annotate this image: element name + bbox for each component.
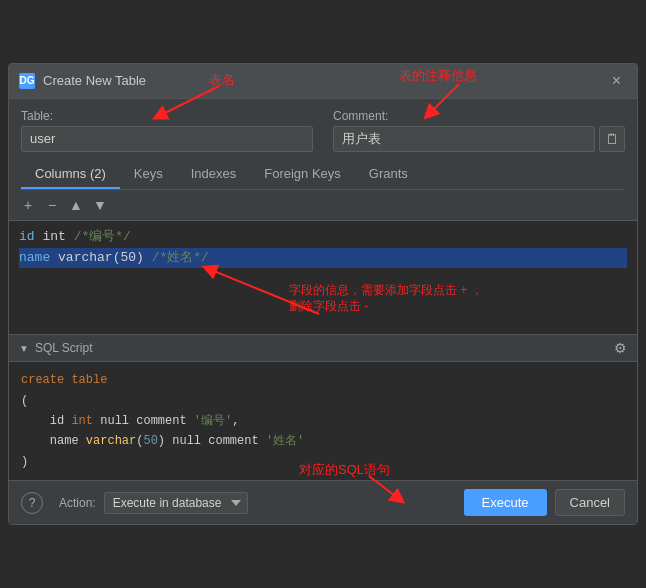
form-row: Table: Comment: 🗒 bbox=[21, 109, 625, 152]
close-button[interactable]: × bbox=[606, 70, 627, 92]
button-group: Execute Cancel bbox=[464, 489, 625, 516]
col2-comment: /*姓名*/ bbox=[152, 248, 209, 269]
col2-type: varchar(50) bbox=[58, 248, 144, 269]
columns-toolbar: + − ▲ ▼ bbox=[9, 190, 637, 221]
action-select[interactable]: Execute in database Generate SQL script bbox=[104, 492, 248, 514]
create-table-dialog: DG Create New Table × Table: Comment: 🗒 … bbox=[8, 63, 638, 526]
col1-name: id bbox=[19, 227, 35, 248]
sql-line-1: create table create table usercreate tab… bbox=[21, 370, 625, 390]
dialog-title: Create New Table bbox=[43, 73, 146, 88]
dialog-body: Table: Comment: 🗒 Columns (2) Keys Index… bbox=[9, 99, 637, 190]
sql-line-2: ( bbox=[21, 391, 625, 411]
cancel-button[interactable]: Cancel bbox=[555, 489, 625, 516]
sql-section: ▼ SQL Script ⚙ create table create table… bbox=[9, 334, 637, 480]
move-up-button[interactable]: ▲ bbox=[65, 194, 87, 216]
gear-icon[interactable]: ⚙ bbox=[614, 340, 627, 356]
title-bar: DG Create New Table × bbox=[9, 64, 637, 99]
action-row: Action: Execute in database Generate SQL… bbox=[59, 492, 248, 514]
table-label: Table: bbox=[21, 109, 313, 123]
sql-line-4: name varchar(50) null comment '姓名' bbox=[21, 431, 625, 451]
table-row[interactable]: name varchar(50) /*姓名*/ bbox=[19, 248, 627, 269]
move-down-button[interactable]: ▼ bbox=[89, 194, 111, 216]
col2-name: name bbox=[19, 248, 50, 269]
col1-comment: /*编号*/ bbox=[74, 227, 131, 248]
tab-foreign-keys[interactable]: Foreign Keys bbox=[250, 160, 355, 189]
tab-grants[interactable]: Grants bbox=[355, 160, 422, 189]
remove-column-button[interactable]: − bbox=[41, 194, 63, 216]
sql-section-label: SQL Script bbox=[35, 341, 93, 355]
columns-editor: id int /*编号*/ name varchar(50) /*姓名*/ bbox=[9, 221, 637, 335]
sql-code-block: create table create table usercreate tab… bbox=[9, 362, 637, 480]
tab-keys[interactable]: Keys bbox=[120, 160, 177, 189]
app-icon: DG bbox=[19, 73, 35, 89]
col1-type: int bbox=[42, 227, 65, 248]
comment-input[interactable] bbox=[333, 126, 595, 152]
tab-columns[interactable]: Columns (2) bbox=[21, 160, 120, 189]
table-name-input[interactable] bbox=[21, 126, 313, 152]
tab-bar: Columns (2) Keys Indexes Foreign Keys Gr… bbox=[21, 160, 625, 190]
tab-indexes[interactable]: Indexes bbox=[177, 160, 251, 189]
table-name-group: Table: bbox=[21, 109, 313, 152]
comment-row: 🗒 bbox=[333, 126, 625, 152]
add-column-button[interactable]: + bbox=[17, 194, 39, 216]
action-label: Action: bbox=[59, 496, 96, 510]
dialog-footer: ? Action: Execute in database Generate S… bbox=[9, 480, 637, 524]
sql-line-5: ) bbox=[21, 452, 625, 472]
comment-label: Comment: bbox=[333, 109, 625, 123]
comment-group: Comment: 🗒 bbox=[333, 109, 625, 152]
comment-extra-btn[interactable]: 🗒 bbox=[599, 126, 625, 152]
execute-button[interactable]: Execute bbox=[464, 489, 547, 516]
table-row[interactable]: id int /*编号*/ bbox=[19, 227, 627, 248]
help-button[interactable]: ? bbox=[21, 492, 43, 514]
sql-line-3: id int null comment '编号', bbox=[21, 411, 625, 431]
sql-header: ▼ SQL Script ⚙ bbox=[9, 335, 637, 362]
sql-collapse-icon[interactable]: ▼ bbox=[19, 343, 29, 354]
